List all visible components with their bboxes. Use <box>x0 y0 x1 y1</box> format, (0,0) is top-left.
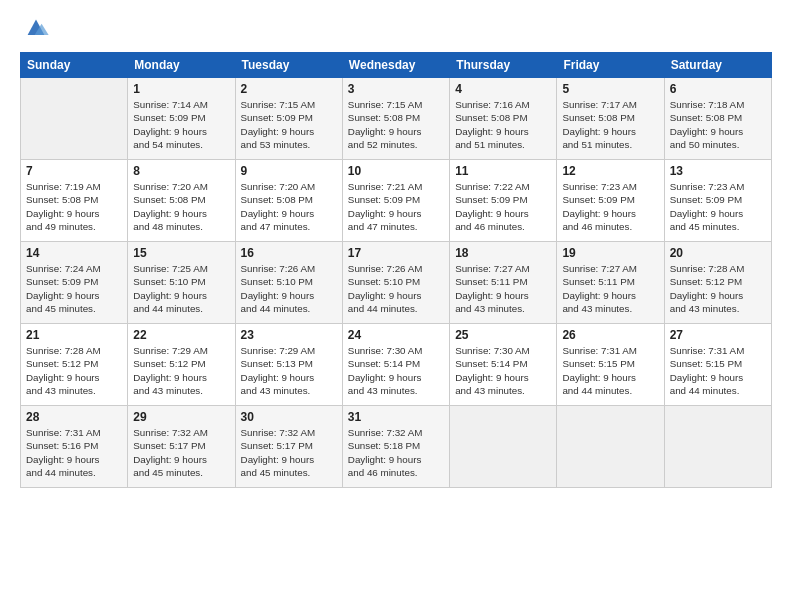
day-detail: Sunrise: 7:31 AMSunset: 5:15 PMDaylight:… <box>562 344 658 397</box>
calendar-cell: 18Sunrise: 7:27 AMSunset: 5:11 PMDayligh… <box>450 242 557 324</box>
day-number: 20 <box>670 246 766 260</box>
calendar-cell: 26Sunrise: 7:31 AMSunset: 5:15 PMDayligh… <box>557 324 664 406</box>
day-number: 28 <box>26 410 122 424</box>
day-detail: Sunrise: 7:31 AMSunset: 5:16 PMDaylight:… <box>26 426 122 479</box>
calendar-cell: 15Sunrise: 7:25 AMSunset: 5:10 PMDayligh… <box>128 242 235 324</box>
day-number: 27 <box>670 328 766 342</box>
calendar-cell: 14Sunrise: 7:24 AMSunset: 5:09 PMDayligh… <box>21 242 128 324</box>
day-number: 2 <box>241 82 337 96</box>
page-header <box>20 18 772 42</box>
day-detail: Sunrise: 7:26 AMSunset: 5:10 PMDaylight:… <box>241 262 337 315</box>
day-detail: Sunrise: 7:20 AMSunset: 5:08 PMDaylight:… <box>241 180 337 233</box>
day-number: 10 <box>348 164 444 178</box>
day-detail: Sunrise: 7:25 AMSunset: 5:10 PMDaylight:… <box>133 262 229 315</box>
day-number: 26 <box>562 328 658 342</box>
weekday-header-monday: Monday <box>128 53 235 78</box>
day-number: 21 <box>26 328 122 342</box>
weekday-header-friday: Friday <box>557 53 664 78</box>
calendar-cell: 20Sunrise: 7:28 AMSunset: 5:12 PMDayligh… <box>664 242 771 324</box>
calendar-cell <box>21 78 128 160</box>
day-detail: Sunrise: 7:29 AMSunset: 5:12 PMDaylight:… <box>133 344 229 397</box>
day-detail: Sunrise: 7:15 AMSunset: 5:09 PMDaylight:… <box>241 98 337 151</box>
day-number: 12 <box>562 164 658 178</box>
weekday-header-saturday: Saturday <box>664 53 771 78</box>
day-number: 23 <box>241 328 337 342</box>
day-detail: Sunrise: 7:28 AMSunset: 5:12 PMDaylight:… <box>670 262 766 315</box>
calendar-table: SundayMondayTuesdayWednesdayThursdayFrid… <box>20 52 772 488</box>
calendar-cell: 9Sunrise: 7:20 AMSunset: 5:08 PMDaylight… <box>235 160 342 242</box>
day-number: 11 <box>455 164 551 178</box>
calendar-week-4: 21Sunrise: 7:28 AMSunset: 5:12 PMDayligh… <box>21 324 772 406</box>
calendar-cell: 6Sunrise: 7:18 AMSunset: 5:08 PMDaylight… <box>664 78 771 160</box>
calendar-cell: 11Sunrise: 7:22 AMSunset: 5:09 PMDayligh… <box>450 160 557 242</box>
day-detail: Sunrise: 7:27 AMSunset: 5:11 PMDaylight:… <box>455 262 551 315</box>
calendar-week-3: 14Sunrise: 7:24 AMSunset: 5:09 PMDayligh… <box>21 242 772 324</box>
day-detail: Sunrise: 7:24 AMSunset: 5:09 PMDaylight:… <box>26 262 122 315</box>
day-number: 6 <box>670 82 766 96</box>
day-number: 25 <box>455 328 551 342</box>
calendar-cell <box>664 406 771 488</box>
calendar-header: SundayMondayTuesdayWednesdayThursdayFrid… <box>21 53 772 78</box>
day-detail: Sunrise: 7:19 AMSunset: 5:08 PMDaylight:… <box>26 180 122 233</box>
day-number: 14 <box>26 246 122 260</box>
day-detail: Sunrise: 7:23 AMSunset: 5:09 PMDaylight:… <box>562 180 658 233</box>
day-detail: Sunrise: 7:32 AMSunset: 5:17 PMDaylight:… <box>241 426 337 479</box>
day-detail: Sunrise: 7:32 AMSunset: 5:18 PMDaylight:… <box>348 426 444 479</box>
logo-icon <box>22 14 50 42</box>
calendar-week-1: 1Sunrise: 7:14 AMSunset: 5:09 PMDaylight… <box>21 78 772 160</box>
weekday-header-thursday: Thursday <box>450 53 557 78</box>
calendar-cell <box>450 406 557 488</box>
day-detail: Sunrise: 7:26 AMSunset: 5:10 PMDaylight:… <box>348 262 444 315</box>
calendar-cell: 7Sunrise: 7:19 AMSunset: 5:08 PMDaylight… <box>21 160 128 242</box>
day-detail: Sunrise: 7:16 AMSunset: 5:08 PMDaylight:… <box>455 98 551 151</box>
page-container: SundayMondayTuesdayWednesdayThursdayFrid… <box>0 0 792 498</box>
day-number: 18 <box>455 246 551 260</box>
day-number: 7 <box>26 164 122 178</box>
day-detail: Sunrise: 7:29 AMSunset: 5:13 PMDaylight:… <box>241 344 337 397</box>
day-detail: Sunrise: 7:32 AMSunset: 5:17 PMDaylight:… <box>133 426 229 479</box>
calendar-cell: 10Sunrise: 7:21 AMSunset: 5:09 PMDayligh… <box>342 160 449 242</box>
calendar-cell: 16Sunrise: 7:26 AMSunset: 5:10 PMDayligh… <box>235 242 342 324</box>
day-detail: Sunrise: 7:15 AMSunset: 5:08 PMDaylight:… <box>348 98 444 151</box>
calendar-cell: 13Sunrise: 7:23 AMSunset: 5:09 PMDayligh… <box>664 160 771 242</box>
day-number: 13 <box>670 164 766 178</box>
calendar-cell: 2Sunrise: 7:15 AMSunset: 5:09 PMDaylight… <box>235 78 342 160</box>
calendar-cell: 22Sunrise: 7:29 AMSunset: 5:12 PMDayligh… <box>128 324 235 406</box>
calendar-cell: 12Sunrise: 7:23 AMSunset: 5:09 PMDayligh… <box>557 160 664 242</box>
calendar-cell: 1Sunrise: 7:14 AMSunset: 5:09 PMDaylight… <box>128 78 235 160</box>
logo <box>20 18 50 42</box>
weekday-header-tuesday: Tuesday <box>235 53 342 78</box>
day-number: 3 <box>348 82 444 96</box>
day-number: 29 <box>133 410 229 424</box>
calendar-cell: 21Sunrise: 7:28 AMSunset: 5:12 PMDayligh… <box>21 324 128 406</box>
calendar-cell: 28Sunrise: 7:31 AMSunset: 5:16 PMDayligh… <box>21 406 128 488</box>
day-number: 15 <box>133 246 229 260</box>
day-number: 31 <box>348 410 444 424</box>
day-detail: Sunrise: 7:18 AMSunset: 5:08 PMDaylight:… <box>670 98 766 151</box>
day-number: 9 <box>241 164 337 178</box>
day-number: 17 <box>348 246 444 260</box>
day-number: 24 <box>348 328 444 342</box>
day-number: 1 <box>133 82 229 96</box>
day-detail: Sunrise: 7:23 AMSunset: 5:09 PMDaylight:… <box>670 180 766 233</box>
calendar-cell: 23Sunrise: 7:29 AMSunset: 5:13 PMDayligh… <box>235 324 342 406</box>
calendar-cell: 30Sunrise: 7:32 AMSunset: 5:17 PMDayligh… <box>235 406 342 488</box>
day-detail: Sunrise: 7:22 AMSunset: 5:09 PMDaylight:… <box>455 180 551 233</box>
calendar-week-5: 28Sunrise: 7:31 AMSunset: 5:16 PMDayligh… <box>21 406 772 488</box>
calendar-body: 1Sunrise: 7:14 AMSunset: 5:09 PMDaylight… <box>21 78 772 488</box>
day-number: 16 <box>241 246 337 260</box>
calendar-cell: 29Sunrise: 7:32 AMSunset: 5:17 PMDayligh… <box>128 406 235 488</box>
day-number: 22 <box>133 328 229 342</box>
calendar-cell: 17Sunrise: 7:26 AMSunset: 5:10 PMDayligh… <box>342 242 449 324</box>
day-detail: Sunrise: 7:17 AMSunset: 5:08 PMDaylight:… <box>562 98 658 151</box>
day-detail: Sunrise: 7:21 AMSunset: 5:09 PMDaylight:… <box>348 180 444 233</box>
calendar-cell: 25Sunrise: 7:30 AMSunset: 5:14 PMDayligh… <box>450 324 557 406</box>
day-number: 5 <box>562 82 658 96</box>
day-detail: Sunrise: 7:30 AMSunset: 5:14 PMDaylight:… <box>455 344 551 397</box>
calendar-cell: 8Sunrise: 7:20 AMSunset: 5:08 PMDaylight… <box>128 160 235 242</box>
day-detail: Sunrise: 7:14 AMSunset: 5:09 PMDaylight:… <box>133 98 229 151</box>
calendar-cell: 19Sunrise: 7:27 AMSunset: 5:11 PMDayligh… <box>557 242 664 324</box>
calendar-cell: 3Sunrise: 7:15 AMSunset: 5:08 PMDaylight… <box>342 78 449 160</box>
weekday-header-sunday: Sunday <box>21 53 128 78</box>
day-number: 19 <box>562 246 658 260</box>
